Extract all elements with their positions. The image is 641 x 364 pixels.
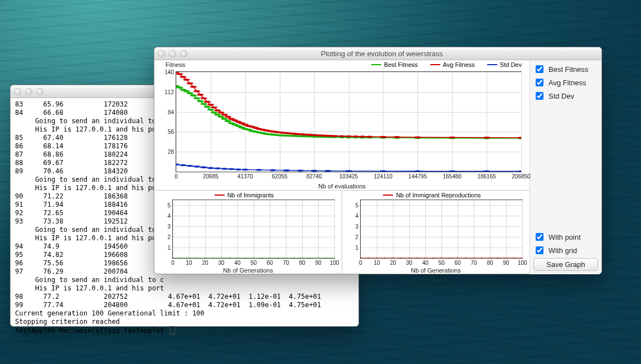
legend-swatch [487,64,497,65]
x-tick-label: 206850 [512,172,530,179]
plot-panels: Fitness Best FitnessAvg FitnessStd Dev 2… [154,60,530,274]
terminal-prompt: testApples-Mac:weierstrass testapple$ [15,327,168,334]
checkbox-input[interactable] [536,233,543,241]
x-tick-label: 20 [390,258,396,266]
svg-point-120 [200,166,207,168]
close-icon[interactable] [158,50,165,57]
svg-point-68 [207,104,214,106]
x-tick-label: 82740 [307,172,322,179]
svg-point-135 [414,170,421,171]
plot-titlebar[interactable]: Plotting of the evolution of weierstrass [154,47,601,60]
x-tick-label: 60 [266,258,273,266]
svg-point-3 [183,90,190,93]
y-tick-label: 84 [168,109,176,115]
svg-point-66 [200,97,207,99]
plot-window: Plotting of the evolution of weierstrass… [154,47,602,274]
svg-point-134 [380,170,386,172]
x-tick-label: 100 [518,258,527,266]
x-axis-label: Nb of evaluations [154,183,530,190]
x-tick-label: 20 [202,258,208,266]
svg-point-114 [483,137,490,139]
with-grid-checkbox[interactable]: With grid [533,245,598,256]
svg-point-69 [211,106,217,109]
x-tick-label: 20685 [203,172,218,179]
x-tick-label: 100 [330,258,339,266]
window-traffic-lights [158,50,187,57]
svg-point-9 [204,106,211,108]
legend-label: Avg Fitness [443,61,475,68]
y-tick-label: 5 [167,202,173,208]
zoom-icon[interactable] [180,50,187,57]
x-tick-label: 124110 [374,172,392,179]
svg-point-138 [518,171,521,172]
with-point-checkbox[interactable]: With point [533,231,598,242]
std-dev-checkbox[interactable]: Std Dev [533,90,598,101]
x-tick-label: 90 [315,258,321,266]
svg-point-122 [214,167,221,169]
svg-point-4 [187,93,193,95]
x-tick-label: 0 [174,172,178,179]
minimize-icon[interactable] [25,88,32,95]
y-tick-label: 140 [164,69,176,75]
svg-point-126 [242,168,249,171]
svg-point-121 [207,167,214,169]
checkbox-label: With grid [548,246,577,255]
save-graph-button[interactable]: Save Graph [533,258,598,271]
svg-point-63 [190,86,197,88]
reproductions-legend: Nb of Immigrant Reproductions [342,192,522,198]
sub-charts-row: Nb of Immigrants 12345010203040506070809… [154,191,530,274]
svg-point-104 [332,135,338,137]
svg-point-70 [214,109,221,111]
svg-point-117 [179,164,186,167]
avg-fitness-checkbox[interactable]: Avg Fitness [533,77,598,88]
x-tick-label: 80 [487,258,493,266]
svg-point-71 [217,111,224,114]
svg-point-137 [483,171,490,172]
svg-point-72 [221,114,227,116]
svg-point-112 [414,136,421,138]
immigrants-plot-area: 123450102030405060708090100 [172,200,335,259]
terminal-cursor [170,326,175,334]
x-tick-label: 41370 [237,172,253,179]
checkbox-input[interactable] [536,65,543,73]
svg-point-15 [225,120,231,122]
y-tick-label: 112 [164,89,176,95]
legend-item: Std Dev [487,61,522,68]
checkbox-input[interactable] [536,79,543,86]
svg-point-65 [197,94,203,96]
x-tick-label: 10 [186,258,192,266]
best-fitness-checkbox[interactable]: Best Fitness [533,64,598,75]
legend-swatch [383,195,393,196]
svg-point-124 [228,168,235,171]
svg-point-119 [193,166,200,168]
x-tick-label: 103425 [339,172,358,179]
legend-item: Nb of Immigrant Reproductions [383,192,480,198]
svg-point-64 [193,90,200,93]
x-tick-label: 186165 [477,172,496,179]
svg-point-113 [449,137,455,139]
svg-point-111 [394,136,400,138]
svg-point-123 [221,168,227,170]
x-tick-label: 40 [422,258,428,266]
x-tick-label: 165480 [443,172,462,179]
svg-point-133 [345,170,352,172]
checkbox-input[interactable] [536,246,543,254]
svg-point-127 [255,169,262,171]
checkbox-input[interactable] [536,92,543,100]
svg-point-132 [324,170,331,172]
close-icon[interactable] [14,88,21,95]
svg-point-131 [310,169,317,171]
svg-point-109 [366,135,372,138]
checkbox-label: Avg Fitness [548,79,586,87]
svg-point-62 [187,82,193,85]
zoom-icon[interactable] [36,88,43,95]
svg-point-5 [190,94,197,96]
y-tick-label: 4 [355,213,361,219]
reproductions-plot-area: 123450102030405060708090100 [360,200,523,259]
x-tick-label: 0 [359,258,362,266]
window-traffic-lights [14,88,43,95]
minimize-icon[interactable] [169,50,176,57]
svg-point-61 [183,79,190,81]
legend-swatch [371,64,381,65]
legend-item: Best Fitness [371,61,418,68]
